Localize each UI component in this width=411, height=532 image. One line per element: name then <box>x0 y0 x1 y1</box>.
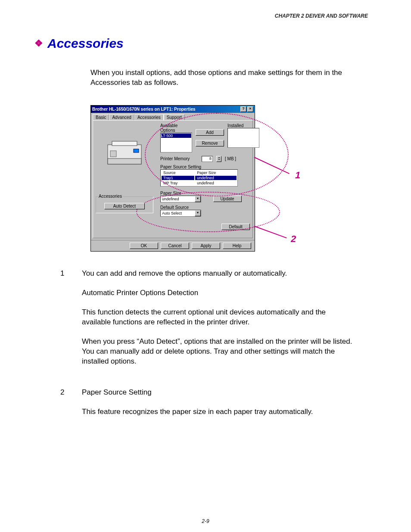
pss-row-size: undefined <box>195 181 237 185</box>
body-text: 1 You can add and remove the options man… <box>60 269 355 426</box>
figure: Brother HL-1650/1670N series on LPT1: Pr… <box>90 105 306 252</box>
paper-size-combo[interactable]: undefined ▾ <box>160 196 201 202</box>
chevron-down-icon[interactable]: ▾ <box>195 210 201 216</box>
apply-button[interactable]: Apply <box>192 243 220 249</box>
printer-memory-input[interactable]: 8 <box>202 156 213 162</box>
item-1-line-4: When you press “Auto Detect”, options th… <box>82 337 355 367</box>
paper-size-label: Paper Size <box>160 191 250 196</box>
section-title-text: Accessories <box>47 36 124 51</box>
tab-basic[interactable]: Basic <box>93 114 109 120</box>
pss-header-source: Source <box>162 171 194 175</box>
item-2-line-1: Paper Source Setting <box>82 388 355 398</box>
accessories-group: Accessories Auto Detect <box>96 196 153 213</box>
tab-panel: Accessories Auto Detect Available Option… <box>93 120 253 238</box>
callout-line-2 <box>254 226 287 238</box>
add-button[interactable]: Add <box>196 129 224 136</box>
available-option-item[interactable]: LT-500 <box>161 134 191 138</box>
dialog-buttons: OK Cancel Apply Help <box>91 240 255 251</box>
item-1-line-2: Automatic Printer Options Detection <box>82 288 355 298</box>
pss-row-source[interactable]: Tray1 <box>162 176 194 180</box>
update-button[interactable]: Update <box>213 196 242 202</box>
printer-icon <box>100 132 152 171</box>
close-icon[interactable]: × <box>247 106 253 112</box>
tabs: Basic Advanced Accessories Support <box>93 114 253 120</box>
pss-row-source[interactable]: MP Tray <box>162 181 194 185</box>
available-options-list[interactable]: LT-500 <box>160 133 192 152</box>
installed-list[interactable] <box>227 128 259 148</box>
pss-row-size: undefined <box>195 176 237 180</box>
callout-line-1 <box>254 157 290 174</box>
tab-advanced[interactable]: Advanced <box>109 114 134 120</box>
dialog-title: Brother HL-1650/1670N series on LPT1: Pr… <box>92 107 196 112</box>
item-1-line-3: This function detects the current option… <box>82 308 355 327</box>
item-2-line-2: This feature recognizes the paper size i… <box>82 407 355 417</box>
printer-memory-label: Printer Memory <box>160 156 198 161</box>
help-icon[interactable]: ? <box>240 106 246 112</box>
default-source-value: Auto Select <box>162 211 182 215</box>
item-number: 2 <box>60 388 69 426</box>
paper-size-value: undefined <box>162 197 179 201</box>
svg-rect-3 <box>134 149 139 152</box>
svg-rect-2 <box>112 141 137 146</box>
callout-1: 1 <box>295 170 300 181</box>
chevron-down-icon[interactable]: ▾ <box>195 196 201 202</box>
remove-button[interactable]: Remove <box>196 140 224 146</box>
diamond-icon: ❖ <box>34 38 43 49</box>
default-source-combo[interactable]: Auto Select ▾ <box>160 210 201 217</box>
running-header: CHAPTER 2 DEIVER AND SOFTWARE <box>34 13 377 19</box>
default-source-label: Default Source <box>160 205 250 210</box>
memory-unit: [ MB ] <box>225 156 236 161</box>
titlebar: Brother HL-1650/1670N series on LPT1: Pr… <box>91 106 255 113</box>
cancel-button[interactable]: Cancel <box>161 243 189 249</box>
section-title: ❖ Accessories <box>34 36 377 51</box>
page-number: 2-9 <box>0 518 411 524</box>
accessories-group-label: Accessories <box>98 194 123 199</box>
available-options-label: Available Options <box>160 123 192 133</box>
callout-2: 2 <box>291 233 296 245</box>
tab-support[interactable]: Support <box>164 114 185 120</box>
svg-rect-1 <box>108 159 141 164</box>
tab-accessories[interactable]: Accessories <box>134 114 164 120</box>
auto-detect-button[interactable]: Auto Detect <box>104 203 145 209</box>
pss-header-size: Paper Size <box>195 171 237 175</box>
memory-spinner[interactable]: ▴▾ <box>216 156 221 162</box>
paper-source-table[interactable]: SourcePaper Size Tray1undefined MP Trayu… <box>160 169 238 187</box>
ok-button[interactable]: OK <box>130 243 158 249</box>
properties-dialog: Brother HL-1650/1670N series on LPT1: Pr… <box>90 105 255 252</box>
installed-label: Installed <box>227 123 259 128</box>
item-1-line-1: You can add and remove the options manua… <box>82 269 355 279</box>
intro-paragraph: When you install options, add those opti… <box>90 68 355 88</box>
item-number: 1 <box>60 269 69 376</box>
paper-source-setting-label: Paper Source Setting <box>160 165 250 169</box>
help-button[interactable]: Help <box>223 243 251 249</box>
svg-rect-4 <box>110 151 116 157</box>
default-button[interactable]: Default <box>221 224 250 230</box>
